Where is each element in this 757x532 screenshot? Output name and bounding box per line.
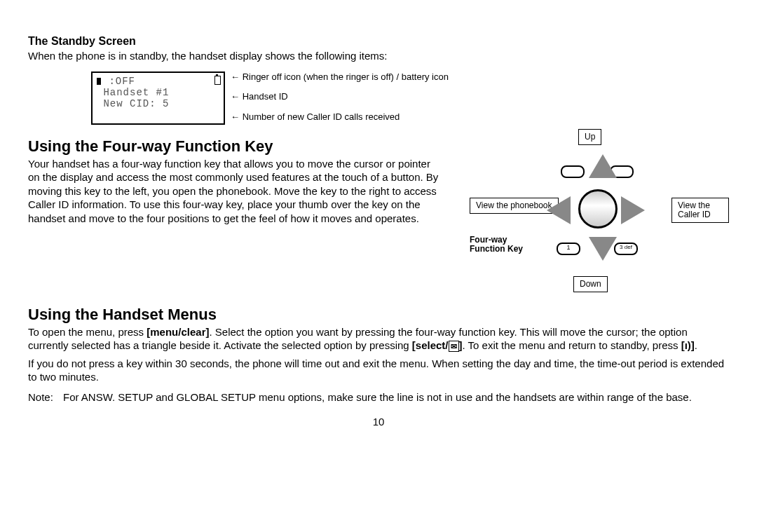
note-body: For ANSW. SETUP and GLOBAL SETUP menu op… [63, 391, 729, 403]
lcd-line-3: New CID: 5 [97, 98, 219, 109]
fourway-body: Your handset has a four-way function key… [28, 157, 442, 226]
battery-icon [214, 76, 221, 85]
standby-intro: When the phone is in standby, the handse… [28, 49, 729, 63]
standby-section: The Standby Screen When the phone is in … [28, 35, 729, 125]
menu-clear-label: [menu/clear] [146, 326, 209, 338]
lcd-line-1: :OFF [102, 76, 135, 87]
arrow-down-icon [589, 237, 617, 261]
p1-part-f: . To exit the menu and return to standby… [463, 339, 681, 351]
arrow-left-icon [547, 196, 571, 224]
annotation-handset-id: Handset ID [231, 91, 449, 102]
envelope-icon: ✉ [449, 341, 459, 352]
menus-section: Using the Handset Menus To open the menu… [28, 306, 729, 403]
p1-part-a: To open the menu, press [28, 326, 146, 338]
arrow-up-icon [589, 154, 617, 178]
lcd-screen: :OFF Handset #1 New CID: 5 [91, 71, 225, 125]
lcd-line-2: Handset #1 [97, 87, 219, 98]
page-number: 10 [28, 416, 729, 428]
standby-title: The Standby Screen [28, 35, 729, 48]
p1-part-i: . [695, 339, 697, 351]
menus-note: Note: For ANSW. SETUP and GLOBAL SETUP m… [28, 391, 729, 403]
bell-icon [97, 78, 101, 85]
note-label: Note: [28, 391, 63, 403]
menus-p2: If you do not press a key within 30 seco… [28, 357, 729, 384]
annotation-ringer: Ringer off icon (when the ringer is off)… [231, 71, 449, 82]
keypad-illustration: 1 3 def [540, 158, 652, 257]
label-function-key: Four-way Function Key [470, 236, 533, 254]
clear-button-icon [561, 165, 585, 178]
fourway-title: Using the Four-way Function Key [28, 137, 442, 156]
arrow-right-icon [621, 196, 645, 224]
key-1: 1 [557, 243, 580, 255]
label-up: Up [578, 129, 601, 145]
menus-p1: To open the menu, press [menu/clear]. Se… [28, 325, 729, 353]
standby-diagram: :OFF Handset #1 New CID: 5 Ringer off ic… [91, 71, 729, 125]
select-label-open: [select/ [412, 339, 449, 351]
label-view-callerid: View the Caller ID [671, 198, 729, 223]
fourway-section: Using the Four-way Function Key Your han… [28, 125, 729, 293]
key-3: 3 def [614, 243, 638, 255]
lcd-annotations: Ringer off icon (when the ringer is off)… [231, 71, 449, 122]
label-down: Down [573, 276, 608, 292]
dial-icon [578, 189, 618, 229]
fourway-diagram: Up View the phonebook View the Caller ID… [456, 125, 729, 293]
menus-title: Using the Handset Menus [28, 306, 729, 324]
annotation-new-cid: Number of new Caller ID calls received [231, 111, 449, 122]
end-call-icon: ı) [685, 339, 691, 351]
